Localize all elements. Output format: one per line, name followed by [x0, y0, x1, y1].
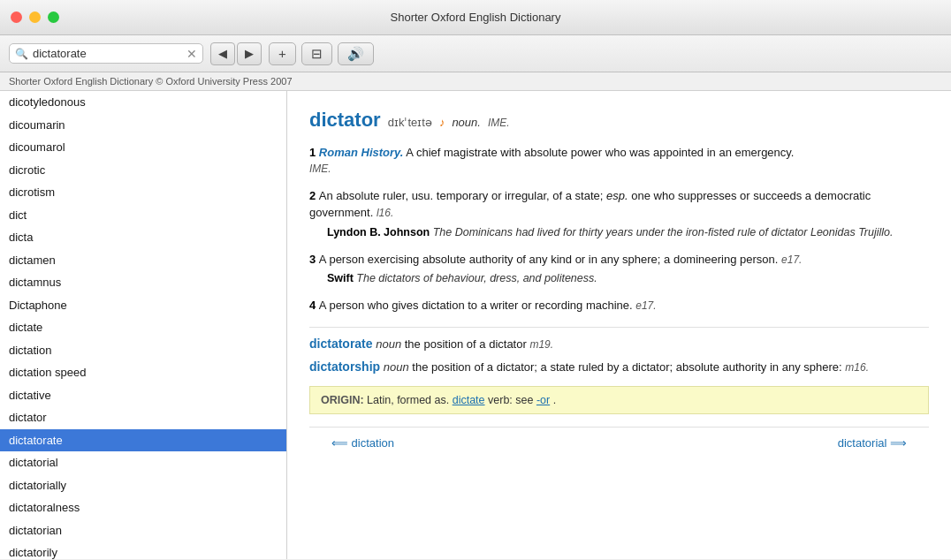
- sidebar-item-dicoumarol[interactable]: dicoumarol: [0, 136, 286, 159]
- sidebar-item-dictative[interactable]: dictative: [0, 384, 286, 407]
- origin-box: ORIGIN: Latin, formed as. dictate verb: …: [309, 386, 929, 414]
- forward-button[interactable]: ▶: [237, 42, 262, 65]
- origin-link-type: verb: see: [488, 394, 536, 406]
- def-category-1: Roman History.: [319, 146, 404, 159]
- close-button[interactable]: [11, 11, 22, 23]
- article-wrapper: dictator dɪkˈteɪtə ♪ noun. IME. 1 Roman …: [287, 91, 951, 559]
- related-pos-2: noun: [384, 360, 413, 374]
- entry-divider: [309, 327, 929, 328]
- bookmark-button[interactable]: ⊟: [301, 42, 332, 65]
- window-controls: [11, 11, 59, 23]
- citation-name-2: Lyndon B. Johnson: [327, 226, 433, 238]
- subtitle-text: Shorter Oxford English Dictionary © Oxfo…: [9, 76, 293, 87]
- def-label-4: e17.: [635, 299, 656, 312]
- article-content: dictator dɪkˈteɪtə ♪ noun. IME. 1 Roman …: [287, 91, 951, 559]
- def-label-1: IME.: [309, 163, 929, 175]
- add-button[interactable]: +: [269, 42, 296, 65]
- sidebar-item-dictatorily[interactable]: dictatorily: [0, 541, 286, 559]
- sidebar-item-dicoumarin[interactable]: dicoumarin: [0, 114, 286, 137]
- music-icon: ♪: [439, 116, 445, 129]
- related-dictatorship: dictatorship noun the position of a dict…: [309, 359, 929, 374]
- titlebar: Shorter Oxford English Dictionary: [0, 0, 951, 35]
- sidebar-item-dicotyledonous[interactable]: dicotyledonous: [0, 91, 286, 114]
- toolbar: 🔍 ✕ ◀ ▶ + ⊟ 🔊: [0, 35, 951, 72]
- sidebar-item-dictatoralness[interactable]: dictatoralness: [0, 496, 286, 519]
- copyright-subtitle: Shorter Oxford English Dictionary © Oxfo…: [0, 72, 951, 91]
- sidebar-item-dictamnus[interactable]: dictamnus: [0, 271, 286, 294]
- def-number-3: 3: [309, 253, 319, 266]
- related-label-2: m16.: [845, 361, 869, 374]
- related-dictatorate: dictatorate noun the position of a dicta…: [309, 337, 929, 351]
- def-text-4: A person who gives dictation to a writer…: [319, 299, 635, 312]
- sidebar-item-dictaphone[interactable]: Dictaphone: [0, 294, 286, 317]
- clear-icon[interactable]: ✕: [186, 48, 197, 60]
- nav-next-link[interactable]: dictatorial ⟹: [838, 436, 907, 450]
- headword: dictator: [309, 109, 381, 132]
- action-buttons: + ⊟ 🔊: [269, 42, 374, 65]
- back-button[interactable]: ◀: [210, 42, 235, 65]
- nav-buttons: ◀ ▶: [210, 42, 262, 65]
- definition-2: 2 An absolute ruler, usu. temporary or i…: [309, 187, 929, 238]
- window-title: Shorter Oxford English Dictionary: [391, 11, 561, 24]
- origin-text3: .: [553, 394, 556, 406]
- sidebar-item-dicrotic[interactable]: dicrotic: [0, 159, 286, 182]
- maximize-button[interactable]: [48, 11, 59, 23]
- sidebar-item-dictation[interactable]: dictation: [0, 339, 286, 362]
- related-def-1: the position of a dictator: [405, 337, 527, 351]
- entry-header: dictator dɪkˈteɪtə ♪ noun. IME.: [309, 109, 929, 132]
- sidebar-item-dictator[interactable]: dictator: [0, 406, 286, 429]
- origin-text1: Latin, formed as.: [367, 394, 449, 406]
- sidebar-item-dictatorially[interactable]: dictatorially: [0, 474, 286, 497]
- search-input[interactable]: [33, 47, 182, 60]
- def-number-4: 4: [309, 299, 319, 312]
- related-def-2: the position of a dictator; a state rule…: [412, 360, 841, 374]
- sidebar-item-dict[interactable]: dict: [0, 204, 286, 227]
- sidebar-item-dictatorate[interactable]: dictatorate: [0, 429, 286, 452]
- speaker-button[interactable]: 🔊: [338, 42, 374, 65]
- minimize-button[interactable]: [29, 11, 41, 23]
- pos-label: IME.: [488, 117, 510, 129]
- definition-4: 4 A person who gives dictation to a writ…: [309, 297, 929, 314]
- origin-link-or[interactable]: -or: [536, 394, 550, 406]
- definition-1: 1 Roman History. A chief magistrate with…: [309, 144, 929, 175]
- def-text-3: A person exercising absolute authority o…: [319, 253, 781, 266]
- nav-footer: ⟸ dictation dictatorial ⟹: [309, 427, 929, 458]
- nav-prev-link[interactable]: ⟸ dictation: [331, 436, 394, 450]
- def-label-3: e17.: [781, 254, 802, 266]
- search-container: 🔍 ✕: [9, 43, 203, 64]
- def-text-1: A chief magistrate with absolute power w…: [406, 146, 794, 159]
- origin-link-dictate[interactable]: dictate: [453, 394, 485, 406]
- def-esp-2: esp.: [606, 189, 628, 202]
- sidebar[interactable]: dicotyledonous dicoumarin dicoumarol dic…: [0, 91, 287, 559]
- origin-label: ORIGIN:: [321, 394, 364, 406]
- pronunciation: dɪkˈteɪtə: [388, 116, 432, 129]
- search-icon: 🔍: [15, 48, 28, 60]
- citation-name-3: Swift: [327, 272, 356, 284]
- def-number-1: 1: [309, 146, 319, 159]
- def-label-2: l16.: [377, 207, 393, 219]
- sidebar-item-dicta[interactable]: dicta: [0, 226, 286, 249]
- sidebar-item-dictation-speed[interactable]: dictation speed: [0, 361, 286, 384]
- def-number-2: 2: [309, 189, 319, 202]
- def-text-2a: An absolute ruler, usu. temporary or irr…: [319, 189, 606, 202]
- main-content: dicotyledonous dicoumarin dicoumarol dic…: [0, 91, 951, 559]
- citation-text-3: The dictators of behaviour, dress, and p…: [356, 272, 597, 284]
- part-of-speech: noun.: [452, 116, 481, 129]
- definition-3: 3 A person exercising absolute authority…: [309, 251, 929, 285]
- related-pos-1: noun: [376, 337, 405, 351]
- related-label-1: m19.: [529, 338, 553, 351]
- related-word-1: dictatorate: [309, 337, 373, 351]
- sidebar-item-dicrotism[interactable]: dicrotism: [0, 181, 286, 204]
- sidebar-item-dictamen[interactable]: dictamen: [0, 249, 286, 272]
- sidebar-item-dictatorian[interactable]: dictatorian: [0, 519, 286, 542]
- sidebar-item-dictate[interactable]: dictate: [0, 316, 286, 339]
- sidebar-item-dictatorial[interactable]: dictatorial: [0, 451, 286, 474]
- citation-text-2: The Dominicans had lived for thirty year…: [433, 226, 894, 238]
- related-word-2: dictatorship: [309, 359, 380, 374]
